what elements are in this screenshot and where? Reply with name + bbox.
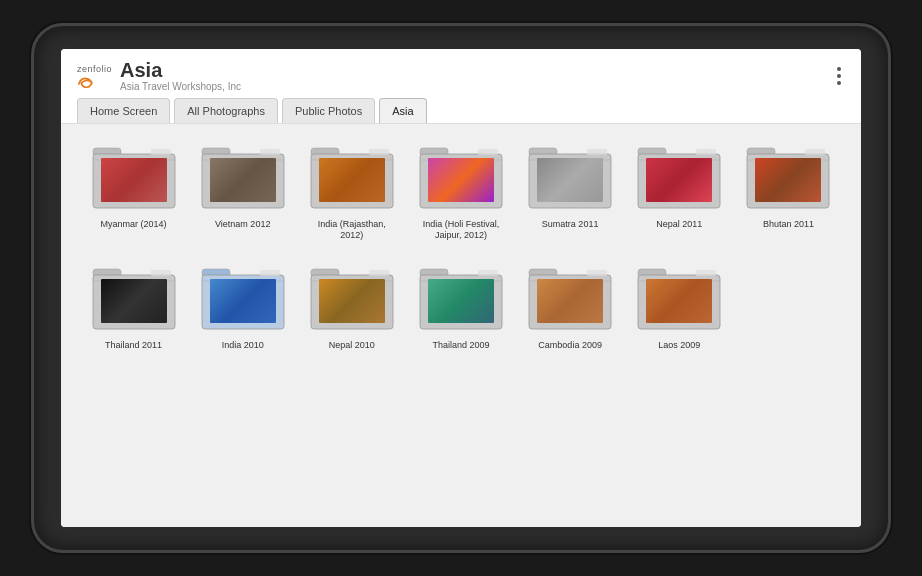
zenfolio-swirl-icon (77, 74, 105, 88)
svg-rect-35 (260, 270, 280, 276)
tablet-screen: zenfolio Asia Asia Travel Workshops, Inc (61, 49, 861, 527)
folder-item[interactable]: Cambodia 2009 (518, 261, 623, 351)
tab-home-screen[interactable]: Home Screen (77, 98, 170, 123)
folder-item[interactable]: Sumatra 2011 (518, 140, 623, 241)
folder-thumbnail (755, 158, 821, 202)
folder-item[interactable]: Nepal 2011 (627, 140, 732, 241)
folder-item[interactable]: Laos 2009 (627, 261, 732, 351)
folder-label: Vietnam 2012 (215, 219, 270, 230)
folder-label: Nepal 2011 (656, 219, 702, 230)
folder-thumbnail (319, 158, 385, 202)
zenfolio-text: zenfolio (77, 64, 112, 74)
folder-item[interactable]: Vietnam 2012 (190, 140, 295, 241)
folder-thumbnail (101, 279, 167, 323)
folder-wrapper (525, 140, 615, 215)
folder-thumbnail (537, 158, 603, 202)
folder-wrapper (634, 140, 724, 215)
folder-item[interactable]: Bhutan 2011 (736, 140, 841, 241)
folder-label: Thailand 2009 (432, 340, 489, 351)
tab-asia[interactable]: Asia (379, 98, 426, 123)
folder-item[interactable]: India 2010 (190, 261, 295, 351)
folder-label: Sumatra 2011 (542, 219, 599, 230)
folder-wrapper (743, 140, 833, 215)
svg-rect-3 (151, 149, 171, 155)
folder-wrapper (416, 140, 506, 215)
folder-label: Myanmar (2014) (101, 219, 167, 230)
header: zenfolio Asia Asia Travel Workshops, Inc (61, 49, 861, 124)
folder-label: Nepal 2010 (329, 340, 375, 351)
svg-rect-27 (805, 149, 825, 155)
svg-rect-47 (587, 270, 607, 276)
svg-rect-43 (478, 270, 498, 276)
folder-thumbnail (646, 279, 712, 323)
folder-label: India 2010 (222, 340, 264, 351)
folder-item[interactable]: India (Holi Festival, Jaipur, 2012) (408, 140, 513, 241)
folder-thumbnail (319, 279, 385, 323)
folder-label: India (Rajasthan, 2012) (307, 219, 397, 241)
folder-label: Cambodia 2009 (538, 340, 602, 351)
more-menu-button[interactable] (833, 63, 845, 89)
tab-all-photographs[interactable]: All Photographs (174, 98, 278, 123)
tablet-frame: zenfolio Asia Asia Travel Workshops, Inc (31, 23, 891, 553)
folder-thumbnail (428, 279, 494, 323)
folder-label: Laos 2009 (658, 340, 700, 351)
svg-rect-7 (260, 149, 280, 155)
folder-item[interactable]: Nepal 2010 (299, 261, 404, 351)
folder-wrapper (198, 140, 288, 215)
more-dot-3 (837, 81, 841, 85)
folder-wrapper (525, 261, 615, 336)
zenfolio-logo: zenfolio (77, 64, 112, 88)
folder-wrapper (307, 140, 397, 215)
nav-tabs: Home Screen All Photographs Public Photo… (77, 98, 845, 123)
folder-thumbnail (210, 158, 276, 202)
page-title: Asia (120, 59, 241, 81)
more-dot-1 (837, 67, 841, 71)
title-area: Asia Asia Travel Workshops, Inc (120, 59, 241, 92)
svg-rect-15 (478, 149, 498, 155)
more-dot-2 (837, 74, 841, 78)
folders-grid: Myanmar (2014) Vietnam 2012 (81, 140, 841, 350)
svg-rect-23 (696, 149, 716, 155)
tab-public-photos[interactable]: Public Photos (282, 98, 375, 123)
folder-thumbnail (210, 279, 276, 323)
folder-thumbnail (101, 158, 167, 202)
svg-rect-51 (696, 270, 716, 276)
folder-wrapper (416, 261, 506, 336)
folder-label: Bhutan 2011 (763, 219, 814, 230)
folder-item[interactable]: Thailand 2011 (81, 261, 186, 351)
folder-thumbnail (537, 279, 603, 323)
folder-thumbnail (646, 158, 712, 202)
folder-item[interactable]: Myanmar (2014) (81, 140, 186, 241)
svg-rect-19 (587, 149, 607, 155)
folder-wrapper (89, 261, 179, 336)
folder-wrapper (198, 261, 288, 336)
folder-item[interactable]: India (Rajasthan, 2012) (299, 140, 404, 241)
svg-rect-31 (151, 270, 171, 276)
folder-wrapper (634, 261, 724, 336)
svg-rect-11 (369, 149, 389, 155)
folder-item[interactable]: Thailand 2009 (408, 261, 513, 351)
folder-thumbnail (428, 158, 494, 202)
folder-wrapper (307, 261, 397, 336)
content-area: Myanmar (2014) Vietnam 2012 (61, 124, 861, 527)
folder-wrapper (89, 140, 179, 215)
page-subtitle: Asia Travel Workshops, Inc (120, 81, 241, 92)
folder-label: Thailand 2011 (105, 340, 162, 351)
folder-label: India (Holi Festival, Jaipur, 2012) (416, 219, 506, 241)
svg-rect-39 (369, 270, 389, 276)
